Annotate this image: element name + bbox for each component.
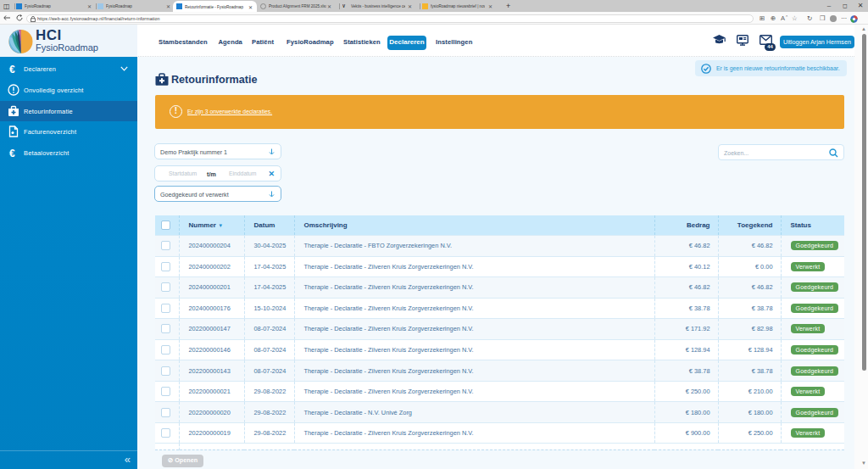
svg-text:€: € <box>9 64 15 75</box>
svg-text:€: € <box>9 147 15 159</box>
